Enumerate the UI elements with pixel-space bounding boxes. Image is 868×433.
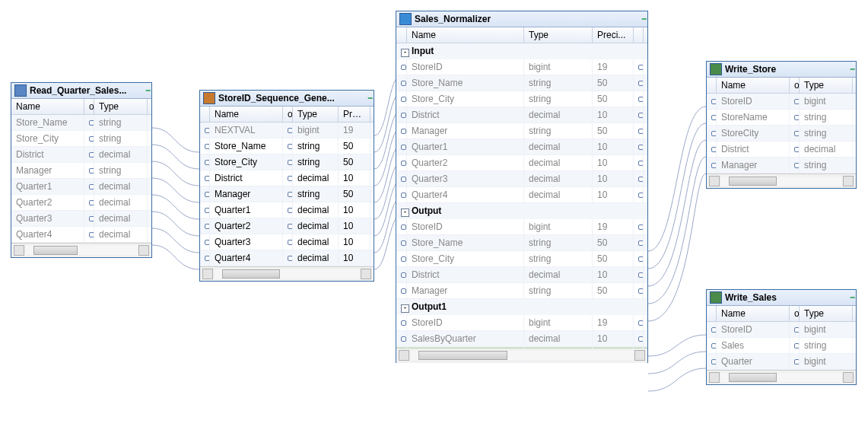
port-icon[interactable] xyxy=(288,144,293,149)
field-row[interactable]: Store_Citystring xyxy=(11,131,151,147)
port-icon[interactable] xyxy=(638,193,644,198)
port-icon[interactable] xyxy=(401,240,406,246)
port-icon[interactable] xyxy=(205,160,210,165)
port-icon[interactable] xyxy=(89,216,94,221)
port-icon[interactable] xyxy=(638,240,644,246)
col-type[interactable]: Type xyxy=(293,107,339,122)
port-icon[interactable] xyxy=(711,343,717,349)
port-icon[interactable] xyxy=(711,99,717,104)
scroll-right-icon[interactable] xyxy=(843,372,854,383)
port-icon[interactable] xyxy=(794,343,800,349)
port-icon[interactable] xyxy=(711,115,717,120)
port-icon[interactable] xyxy=(794,327,800,333)
scroll-left-icon[interactable] xyxy=(709,176,720,186)
port-icon[interactable] xyxy=(638,81,644,86)
port-icon[interactable] xyxy=(401,256,406,262)
port-icon[interactable] xyxy=(794,147,800,152)
col-precision[interactable]: Preci... xyxy=(593,27,634,43)
scrollbar[interactable] xyxy=(11,243,151,257)
port-icon[interactable] xyxy=(89,152,94,158)
port-icon[interactable] xyxy=(288,128,293,133)
field-row[interactable]: NEXTVALbigint19 xyxy=(200,123,374,138)
port-icon[interactable] xyxy=(288,208,293,213)
scroll-left-icon[interactable] xyxy=(399,350,409,361)
field-row[interactable]: Quarter4decimal10 xyxy=(396,187,647,203)
scroll-right-icon[interactable] xyxy=(634,350,645,361)
window-controls-icon[interactable]: ━ xyxy=(146,87,148,94)
port-icon[interactable] xyxy=(288,240,293,245)
port-icon[interactable] xyxy=(205,208,210,213)
node-storeid-sequence[interactable]: StoreID_Sequence_Gene...━ NameoTypePreci… xyxy=(199,90,374,282)
field-row[interactable]: Store_Citystring50 xyxy=(396,91,647,107)
node-read-quarter-sales[interactable]: Read_Quarter_Sales...━ NameoType Store_N… xyxy=(11,82,152,258)
scroll-right-icon[interactable] xyxy=(138,245,149,256)
port-icon[interactable] xyxy=(711,327,717,333)
field-row[interactable]: Districtdecimal xyxy=(11,147,151,163)
group-header[interactable]: -Output1 xyxy=(396,299,647,315)
field-row[interactable]: Quarter3decimal10 xyxy=(396,171,647,187)
port-icon[interactable] xyxy=(401,288,406,294)
field-row[interactable]: Managerstring xyxy=(11,163,151,179)
window-controls-icon[interactable]: ━ xyxy=(851,294,853,301)
col-precision[interactable]: Preci. xyxy=(339,107,370,122)
field-row[interactable]: StoreIDbigint19 xyxy=(396,59,647,75)
field-row[interactable]: Quarter1decimal xyxy=(11,179,151,195)
field-row[interactable]: SalesByQuarterdecimal10 xyxy=(396,331,647,347)
port-icon[interactable] xyxy=(638,256,644,262)
port-icon[interactable] xyxy=(401,193,406,198)
port-icon[interactable] xyxy=(205,128,210,133)
port-icon[interactable] xyxy=(711,163,717,168)
port-icon[interactable] xyxy=(89,168,94,174)
port-icon[interactable] xyxy=(288,160,293,165)
scroll-thumb[interactable] xyxy=(729,177,777,186)
node-sales-normalizer[interactable]: Sales_Normalizer━ NameTypePreci... -Inpu… xyxy=(396,11,648,363)
port-icon[interactable] xyxy=(288,224,293,229)
group-header[interactable]: -Output xyxy=(396,203,647,219)
port-icon[interactable] xyxy=(205,224,210,229)
titlebar[interactable]: Write_Sales━ xyxy=(707,290,856,306)
field-row[interactable]: Managerstring50 xyxy=(396,123,647,139)
group-header[interactable]: -Input xyxy=(396,43,647,59)
port-icon[interactable] xyxy=(401,65,406,70)
col-type[interactable]: Type xyxy=(800,306,853,321)
scrollbar[interactable] xyxy=(707,370,856,384)
port-icon[interactable] xyxy=(794,163,800,168)
port-icon[interactable] xyxy=(638,129,644,134)
field-row[interactable]: StoreNamestring xyxy=(707,110,856,126)
field-row[interactable]: Quarter2decimal10 xyxy=(396,155,647,171)
port-icon[interactable] xyxy=(711,359,717,365)
field-row[interactable]: Quarter4decimal xyxy=(11,227,151,243)
port-icon[interactable] xyxy=(794,359,800,365)
collapse-icon[interactable]: - xyxy=(401,209,409,217)
scroll-thumb[interactable] xyxy=(33,246,78,255)
scrollbar[interactable] xyxy=(200,266,374,281)
window-controls-icon[interactable]: ━ xyxy=(368,94,370,102)
titlebar[interactable]: Write_Store━ xyxy=(707,62,856,78)
port-icon[interactable] xyxy=(89,200,94,205)
port-icon[interactable] xyxy=(638,320,644,326)
field-row[interactable]: Managerstring50 xyxy=(396,283,647,299)
scroll-thumb[interactable] xyxy=(729,373,777,382)
field-row[interactable]: Store_Namestring50 xyxy=(396,235,647,251)
col-name[interactable]: Name xyxy=(11,99,84,114)
scroll-thumb[interactable] xyxy=(418,351,507,360)
port-icon[interactable] xyxy=(205,240,210,245)
col-type[interactable]: Type xyxy=(524,27,593,43)
col-name[interactable]: Name xyxy=(210,107,283,122)
port-icon[interactable] xyxy=(288,192,293,197)
field-row[interactable]: Managerstring xyxy=(707,158,856,174)
titlebar[interactable]: Sales_Normalizer━ xyxy=(396,11,647,27)
port-icon[interactable] xyxy=(401,145,406,150)
port-icon[interactable] xyxy=(89,184,94,189)
field-row[interactable]: StoreCitystring xyxy=(707,126,856,142)
field-row[interactable]: StoreIDbigint xyxy=(707,322,856,338)
field-row[interactable]: StoreIDbigint19 xyxy=(396,219,647,235)
port-icon[interactable] xyxy=(638,97,644,102)
field-row[interactable]: Quarter1decimal10 xyxy=(200,202,374,218)
col-name[interactable]: Name xyxy=(717,78,790,93)
field-row[interactable]: Districtdecimal10 xyxy=(396,107,647,123)
port-icon[interactable] xyxy=(638,336,644,342)
field-row[interactable]: Quarter3decimal10 xyxy=(200,234,374,250)
port-icon[interactable] xyxy=(638,272,644,278)
port-icon[interactable] xyxy=(89,232,94,237)
